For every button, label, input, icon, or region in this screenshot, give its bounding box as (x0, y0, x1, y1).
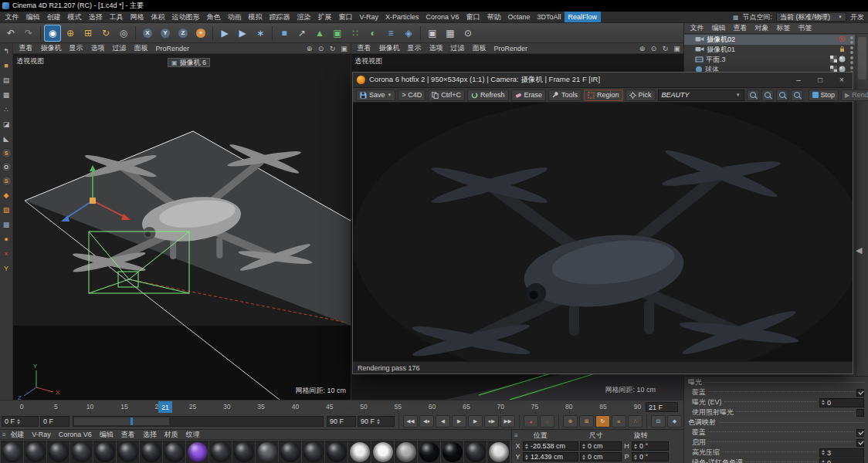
object-manager-scrollbar[interactable] (856, 35, 868, 376)
material-menu-4[interactable]: 查看 (117, 430, 138, 439)
vp-right-menu-0[interactable]: 查看 (354, 43, 375, 53)
material-menu-0[interactable]: 创建 (7, 430, 28, 439)
menubar-item-1[interactable]: 编辑 (22, 12, 43, 22)
workplane-lock-icon[interactable]: ▩ (1, 219, 12, 230)
node-space-select[interactable]: 当前 (标准/物理)▼ (776, 12, 846, 22)
copy-button[interactable]: Ctrl+C (428, 90, 465, 101)
point-mode-icon[interactable]: ∴ (1, 104, 12, 115)
material-swatch-4[interactable] (93, 441, 116, 463)
material-swatch-16[interactable] (371, 441, 394, 463)
coordinate-system-icon[interactable]: + (192, 25, 209, 42)
vp-left-menu-5[interactable]: 面板 (131, 43, 151, 53)
record-active-objects-button[interactable]: ● (524, 415, 538, 428)
menubar-item-12[interactable]: 跟踪器 (266, 12, 293, 22)
timeline-ruler[interactable]: 21 F 05101520253035404550556065707580859… (0, 400, 683, 414)
material-menu-3[interactable]: 编辑 (96, 430, 117, 439)
protect-tag-icon[interactable] (839, 46, 846, 54)
field-icon[interactable]: ≡ (382, 25, 399, 42)
camera-hud[interactable]: ▣摄像机 6 (168, 58, 210, 67)
material-swatch-15[interactable] (348, 441, 371, 463)
menubar-item-14[interactable]: 扩展 (314, 12, 335, 22)
refresh-button[interactable]: Refresh (467, 90, 509, 101)
z-axis-lock-icon[interactable]: Z (175, 25, 192, 42)
viewport-solo-icon[interactable]: ◆ (1, 190, 12, 201)
material-swatch-14[interactable] (325, 441, 348, 463)
object-plane-3[interactable]: 平面.3 (684, 55, 855, 65)
target-tag-icon[interactable] (839, 35, 846, 44)
viewport-left-canvas[interactable]: YXZ 透视视图 ▣摄像机 6 网格间距: 10 cm (13, 54, 351, 400)
toggle-view-icon[interactable]: ▣ (339, 44, 349, 53)
om-menu-0[interactable]: 文件 (687, 23, 707, 33)
menubar-item-17[interactable]: X-Particles (382, 12, 423, 22)
render-start-button[interactable]: ▶ Render (841, 90, 868, 101)
keyframe-selection-button[interactable]: ⊡ (651, 415, 666, 428)
object-camera-02[interactable]: 摄像机02 (684, 35, 855, 45)
material-swatch-9[interactable] (209, 441, 232, 463)
move-tool-icon[interactable]: ⊕ (62, 25, 79, 42)
corona-titlebar[interactable]: Corona 6 hotfix 2 | 950×534px (1:1) | Ca… (353, 73, 853, 88)
spline-pen-icon[interactable]: ↗ (293, 25, 310, 42)
enable-axis-icon[interactable]: S (2, 148, 12, 158)
material-swatch-0[interactable] (1, 441, 23, 463)
x-axis-lock-icon[interactable]: X (139, 25, 156, 42)
next-key-button[interactable]: ●▶ (484, 415, 499, 428)
menubar-item-16[interactable]: V-Ray (356, 12, 382, 22)
vp-left-menu-1[interactable]: 摄像机 (37, 43, 65, 53)
record-scale-toggle[interactable]: ⊞ (579, 415, 594, 428)
vp-right-menu-3[interactable]: 选项 (426, 43, 446, 53)
record-rotation-toggle[interactable]: ↻ (595, 415, 610, 428)
pan-view-icon[interactable]: ⊕ (304, 44, 314, 53)
autokey-button[interactable]: ○ (540, 415, 554, 428)
pan-view-icon[interactable]: ⊕ (637, 44, 647, 53)
tools-button[interactable]: Tools (548, 90, 581, 101)
menubar-item-21[interactable]: Octane (504, 12, 534, 22)
play-button[interactable]: ▶ (452, 415, 466, 428)
menubar-item-0[interactable]: 文件 (2, 12, 22, 22)
timeline-scrollbar[interactable] (73, 416, 324, 427)
vp-left-menu-2[interactable]: 显示 (66, 43, 86, 53)
material-swatch-19[interactable] (441, 441, 463, 463)
add-cube-icon[interactable]: ■ (276, 25, 293, 42)
render-picture-viewer-icon[interactable]: ▶ (234, 25, 251, 42)
render-channel-select[interactable]: BEAUTY▼ (658, 90, 744, 101)
menubar-item-6[interactable]: 网格 (127, 12, 147, 22)
current-frame-marker[interactable]: 21 (158, 401, 172, 413)
camera-tool-icon[interactable]: ▣ (424, 25, 441, 42)
current-frame-field[interactable]: 21 F (646, 402, 678, 412)
coordinate-manager-menu-icon[interactable]: ≡ (514, 432, 518, 439)
material-swatch-18[interactable] (418, 441, 440, 463)
position-x-field[interactable]: -20.538 cm (523, 441, 578, 451)
material-swatch-1[interactable] (24, 441, 46, 463)
rotation-h-field[interactable]: 0 ° (632, 441, 669, 451)
menubar-item-3[interactable]: 模式 (64, 12, 85, 22)
loop-start-field[interactable]: 0 F (40, 416, 70, 427)
y-axis-lock-icon[interactable]: Y (157, 25, 174, 42)
volume-icon[interactable]: ◈ (400, 25, 417, 42)
menubar-item-18[interactable]: Corona V6 (422, 12, 463, 22)
next-frame-button[interactable]: ▶ (468, 415, 483, 428)
material-swatch-7[interactable] (163, 441, 185, 463)
floor-tool-icon[interactable]: ▦ (442, 25, 459, 42)
model-mode-icon[interactable]: ■ (1, 60, 12, 71)
redo-icon[interactable]: ↷ (20, 25, 37, 42)
texture-mode-icon[interactable]: ▤ (1, 75, 12, 86)
goto-end-button[interactable]: ▶▶ (500, 415, 515, 428)
menubar-item-22[interactable]: 3DToAll (534, 12, 565, 22)
zoom-view-icon[interactable]: ⊙ (649, 44, 659, 53)
material-menu-7[interactable]: 纹理 (182, 430, 203, 439)
region-button[interactable]: Region (584, 90, 623, 101)
vp-right-menu-6[interactable]: ProRender (490, 43, 531, 53)
quantize-icon[interactable]: ▨ (1, 204, 12, 215)
material-swatch-6[interactable] (140, 441, 162, 463)
material-menu-2[interactable]: Corona V6 (55, 430, 95, 439)
polygon-mode-icon[interactable]: ◣ (1, 133, 12, 144)
dev-label[interactable]: 开发 (850, 12, 864, 22)
workplane-mode-icon[interactable]: ▦ (1, 90, 12, 100)
zoom-in-icon[interactable] (761, 90, 774, 101)
material-swatch-8[interactable] (186, 441, 209, 463)
visibility-dots[interactable] (850, 46, 855, 54)
corona-render-canvas[interactable] (353, 103, 853, 361)
material-swatch-20[interactable] (464, 441, 487, 463)
record-pla-toggle[interactable]: ∴ (628, 415, 643, 428)
menubar-item-20[interactable]: 帮助 (483, 12, 504, 22)
